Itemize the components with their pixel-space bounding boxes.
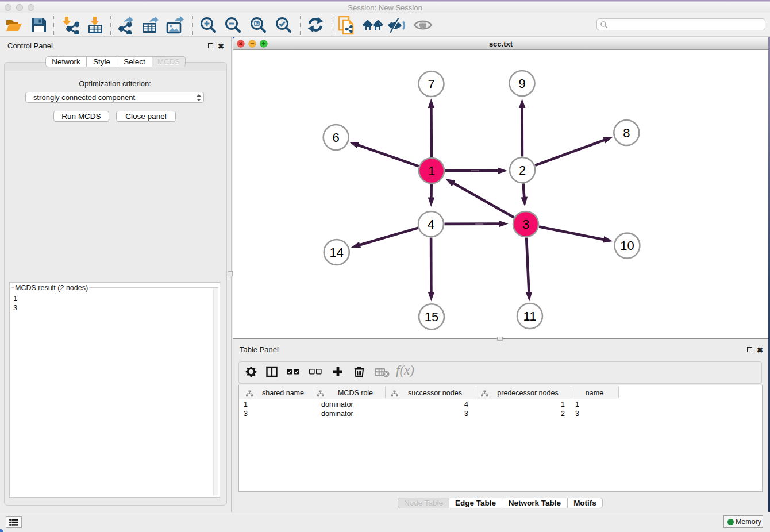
svg-text:9: 9 [518, 76, 525, 91]
svg-text:15: 15 [425, 310, 438, 324]
svg-text:1: 1 [428, 164, 435, 178]
svg-text:6: 6 [333, 130, 340, 145]
svg-text:11: 11 [523, 309, 537, 323]
svg-text:4: 4 [428, 217, 434, 232]
svg-text:7: 7 [428, 77, 434, 91]
svg-text:8: 8 [623, 126, 630, 140]
svg-text:2: 2 [519, 163, 526, 178]
svg-text:10: 10 [620, 238, 634, 253]
svg-text:3: 3 [522, 217, 529, 232]
svg-text:14: 14 [330, 245, 344, 260]
